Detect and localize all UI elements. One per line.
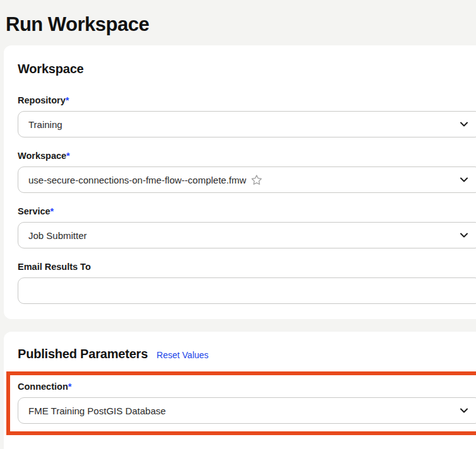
workspace-label-text: Workspace	[18, 151, 66, 161]
email-results-label-text: Email Results To	[18, 262, 91, 272]
chevron-down-icon	[458, 404, 470, 417]
chevron-down-icon	[458, 173, 470, 186]
email-results-input[interactable]	[18, 277, 476, 304]
connection-label: Connection*	[18, 382, 476, 392]
repository-select-value: Training	[28, 119, 62, 130]
connection-select[interactable]: FME Training PostGIS Database	[18, 397, 476, 424]
required-asterisk: *	[51, 206, 54, 216]
service-label-text: Service	[18, 206, 51, 216]
connection-field: Connection* FME Training PostGIS Databas…	[18, 382, 476, 424]
repository-select[interactable]: Training	[18, 111, 476, 137]
connection-select-value: FME Training PostGIS Database	[28, 405, 166, 416]
required-asterisk: *	[66, 151, 70, 161]
connection-highlight-annotation: Connection* FME Training PostGIS Databas…	[6, 371, 476, 435]
email-results-field: Email Results To	[18, 262, 476, 304]
published-parameters-card: Published Parameters Reset Values Connec…	[4, 332, 476, 449]
star-outline-icon[interactable]	[251, 174, 263, 186]
workspace-card-heading: Workspace	[18, 62, 476, 76]
service-label: Service*	[18, 206, 476, 216]
workspace-select-value: use-secure-connections-on-fme-flow--comp…	[28, 175, 246, 185]
chevron-down-icon	[458, 118, 470, 131]
chevron-down-icon	[458, 229, 470, 242]
workspace-label: Workspace*	[18, 151, 476, 161]
required-asterisk: *	[66, 95, 69, 105]
page-title: Run Workspace	[0, 0, 476, 36]
workspace-select[interactable]: use-secure-connections-on-fme-flow--comp…	[18, 166, 476, 193]
required-asterisk: *	[68, 382, 72, 392]
service-select-value: Job Submitter	[28, 230, 87, 241]
email-results-label: Email Results To	[18, 262, 476, 272]
repository-field: Repository* Training	[18, 95, 476, 137]
published-parameters-heading: Published Parameters	[18, 347, 148, 361]
published-parameters-heading-row: Published Parameters Reset Values	[18, 347, 476, 361]
repository-label-text: Repository	[18, 95, 66, 105]
workspace-field: Workspace* use-secure-connections-on-fme…	[18, 151, 476, 193]
workspace-card: Workspace Repository* Training Workspace…	[4, 45, 476, 319]
connection-label-text: Connection	[18, 382, 68, 392]
repository-label: Repository*	[18, 95, 476, 105]
service-select[interactable]: Job Submitter	[18, 222, 476, 248]
service-field: Service* Job Submitter	[18, 206, 476, 248]
reset-values-link[interactable]: Reset Values	[157, 350, 208, 360]
